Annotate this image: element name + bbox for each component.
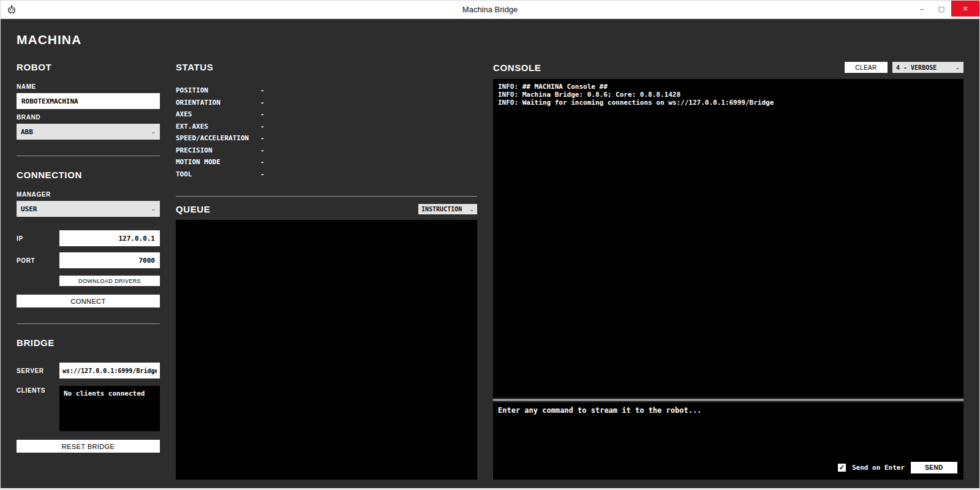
status-row-label: PRECISION <box>176 146 260 154</box>
status-row: AXES - <box>176 108 477 121</box>
window-controls: – ▢ ✕ <box>912 1 979 17</box>
manager-value: USER <box>21 205 37 213</box>
console-line: INFO: Machina Bridge: 0.8.6; Core: 0.8.8… <box>498 91 959 99</box>
status-row-value: - <box>260 158 265 166</box>
robot-name-label: NAME <box>17 83 160 90</box>
verbosity-select[interactable]: 4 - VERBOSE ⌄ <box>892 62 963 73</box>
robot-brand-value: ABB <box>21 128 33 136</box>
connection-section-heading: CONNECTION <box>17 170 160 180</box>
status-row-value: - <box>260 134 265 142</box>
ip-input[interactable] <box>59 230 160 246</box>
status-row-value: - <box>260 99 265 107</box>
manager-select[interactable]: USER ⌄ <box>17 201 160 217</box>
status-row: PRECISION - <box>176 145 477 157</box>
port-input[interactable] <box>59 252 160 268</box>
app-heading: MACHINA <box>17 32 963 47</box>
console-line: INFO: ## MACHINA Console ## <box>498 83 959 91</box>
status-row-value: - <box>260 146 265 154</box>
send-on-enter-label: Send on Enter <box>852 464 905 472</box>
status-row-value: - <box>260 86 265 94</box>
console-section-heading: CONSOLE <box>493 62 845 73</box>
robot-brand-select[interactable]: ABB ⌄ <box>17 124 160 140</box>
robot-section-heading: ROBOT <box>17 62 160 72</box>
maximize-button[interactable]: ▢ <box>932 1 951 17</box>
divider <box>17 323 160 324</box>
status-row: EXT.AXES - <box>176 121 477 133</box>
download-drivers-button[interactable]: DOWNLOAD DRIVERS <box>59 276 160 286</box>
console-panel: CONSOLE CLEAR 4 - VERBOSE ⌄ INFO: ## MAC… <box>493 62 963 480</box>
status-row: MOTION MODE - <box>176 156 477 168</box>
send-button[interactable]: SEND <box>911 462 957 473</box>
minimize-button[interactable]: – <box>912 1 932 17</box>
window-title: Machina Bridge <box>1 5 979 14</box>
close-button[interactable]: ✕ <box>951 1 979 17</box>
status-row-value: - <box>260 170 265 178</box>
manager-label: MANAGER <box>17 191 160 198</box>
chevron-down-icon: ⌄ <box>469 206 474 213</box>
left-panel: ROBOT NAME BRAND ABB ⌄ CONNECTION MANAGE… <box>17 62 160 480</box>
chevron-down-icon: ⌄ <box>151 129 156 135</box>
status-row: ORIENTATION - <box>176 97 477 109</box>
status-row-label: POSITION <box>176 86 260 94</box>
chevron-down-icon: ⌄ <box>955 64 960 70</box>
clients-label: CLIENTS <box>17 386 59 394</box>
robot-name-input[interactable] <box>17 93 160 109</box>
status-section-heading: STATUS <box>176 62 477 72</box>
server-input[interactable] <box>59 363 160 379</box>
status-row-label: EXT.AXES <box>176 123 260 130</box>
send-on-enter-checkbox[interactable]: ✓ <box>838 464 846 472</box>
status-row-label: SPEED/ACCELERATION <box>176 134 260 142</box>
status-row-value: - <box>260 123 265 130</box>
app-window: Machina Bridge – ▢ ✕ MACHINA ROBOT NAME … <box>0 0 980 490</box>
queue-section-heading: QUEUE <box>176 204 210 214</box>
queue-mode-select[interactable]: INSTRUCTION ⌄ <box>418 204 477 214</box>
chevron-down-icon: ⌄ <box>151 206 156 212</box>
reset-bridge-button[interactable]: RESET BRIDGE <box>17 440 160 453</box>
console-line: INFO: Waiting for incoming connections o… <box>498 99 959 107</box>
status-row-label: MOTION MODE <box>176 158 260 166</box>
status-row: SPEED/ACCELERATION - <box>176 132 477 145</box>
port-label: PORT <box>17 257 59 264</box>
status-row-label: ORIENTATION <box>176 99 260 107</box>
clear-console-button[interactable]: CLEAR <box>845 62 888 73</box>
divider <box>176 196 477 197</box>
queue-list <box>176 220 477 480</box>
command-input-area[interactable]: Enter any command to stream it to the ro… <box>493 402 963 480</box>
console-output: INFO: ## MACHINA Console ## INFO: Machin… <box>493 79 963 398</box>
queue-mode-value: INSTRUCTION <box>421 206 462 213</box>
main-content: MACHINA ROBOT NAME BRAND ABB ⌄ CONNECTIO… <box>1 19 979 488</box>
console-input-divider <box>493 399 963 401</box>
verbosity-value: 4 - VERBOSE <box>896 64 937 71</box>
status-row-label: AXES <box>176 110 260 118</box>
divider <box>17 156 160 156</box>
ip-label: IP <box>17 235 59 242</box>
command-input-hint: Enter any command to stream it to the ro… <box>498 406 959 415</box>
status-row-value: - <box>260 110 265 118</box>
bridge-section-heading: BRIDGE <box>17 337 160 348</box>
server-label: SERVER <box>17 368 59 374</box>
status-row-label: TOOL <box>176 170 260 178</box>
status-row: POSITION - <box>176 85 477 97</box>
status-queue-panel: STATUS POSITION - ORIENTATION - AXES - <box>176 62 477 480</box>
connect-button[interactable]: CONNECT <box>17 295 160 307</box>
titlebar: Machina Bridge – ▢ ✕ <box>1 1 979 19</box>
robot-brand-label: BRAND <box>17 114 160 121</box>
status-table: POSITION - ORIENTATION - AXES - EXT.AXES… <box>176 85 477 180</box>
status-row: TOOL - <box>176 168 477 181</box>
clients-list: No clients connected <box>59 386 160 431</box>
